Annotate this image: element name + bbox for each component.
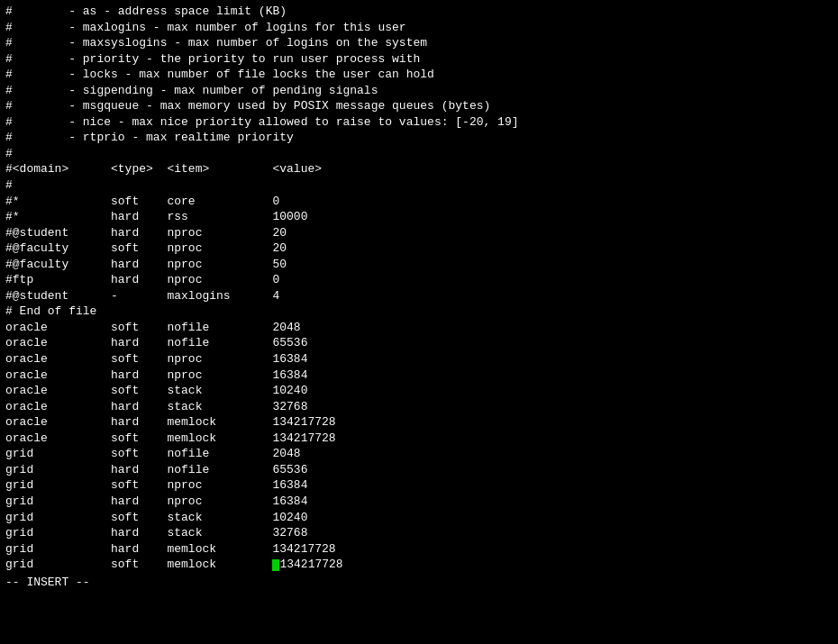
terminal-line: grid soft nproc 16384 [5, 477, 833, 494]
terminal-line: oracle soft stack 10240 [5, 383, 833, 399]
terminal-line: # - nice - max nice priority allowed to … [5, 114, 833, 131]
terminal-line: # - as - address space limit (KB) [5, 4, 833, 20]
status-bar: -- INSERT -- [5, 575, 833, 591]
terminal-line: # - sigpending - max number of pending s… [5, 83, 833, 99]
terminal-line: #@faculty soft nproc 20 [5, 240, 833, 257]
terminal-line: oracle hard nproc 16384 [5, 367, 833, 384]
terminal-line: oracle hard memlock 134217728 [5, 414, 833, 431]
terminal: # - as - address space limit (KB)# - max… [0, 0, 838, 644]
terminal-line: grid soft stack 10240 [5, 510, 833, 526]
terminal-line: grid hard nofile 65536 [5, 462, 833, 478]
terminal-line: # - maxlogins - max number of logins for… [5, 20, 833, 36]
terminal-line: #<domain> <type> <item> <value> [5, 161, 833, 177]
terminal-line: oracle soft nproc 16384 [5, 351, 833, 367]
terminal-line: # - maxsyslogins - max number of logins … [5, 35, 833, 51]
terminal-line: oracle hard nofile 65536 [5, 335, 833, 351]
terminal-line: #* hard rss 10000 [5, 209, 833, 225]
terminal-line: grid hard memlock 134217728 [5, 541, 833, 558]
terminal-line: grid hard stack 32768 [5, 525, 833, 541]
terminal-line: # [5, 146, 833, 162]
terminal-line: oracle soft memlock 134217728 [5, 431, 833, 447]
terminal-line: grid hard nproc 16384 [5, 494, 833, 510]
terminal-line: grid soft memlock 134217728 [5, 557, 833, 573]
terminal-line: # - msgqueue - max memory used by POSIX … [5, 98, 833, 114]
terminal-line: # - rtprio - max realtime priority [5, 130, 833, 146]
terminal-line: #@student hard nproc 20 [5, 225, 833, 241]
terminal-line: # - priority - the priority to run user … [5, 51, 833, 68]
terminal-content: # - as - address space limit (KB)# - max… [5, 4, 833, 573]
terminal-line: oracle hard stack 32768 [5, 399, 833, 415]
terminal-line: #ftp hard nproc 0 [5, 272, 833, 288]
terminal-line: oracle soft nofile 2048 [5, 320, 833, 336]
terminal-line: grid soft nofile 2048 [5, 446, 833, 462]
terminal-line: # End of file [5, 304, 833, 320]
terminal-line: #@faculty hard nproc 50 [5, 257, 833, 273]
terminal-line: #* soft core 0 [5, 194, 833, 210]
terminal-line: # - locks - max number of file locks the… [5, 67, 833, 83]
terminal-line: # [5, 177, 833, 194]
terminal-line: #@student - maxlogins 4 [5, 288, 833, 304]
